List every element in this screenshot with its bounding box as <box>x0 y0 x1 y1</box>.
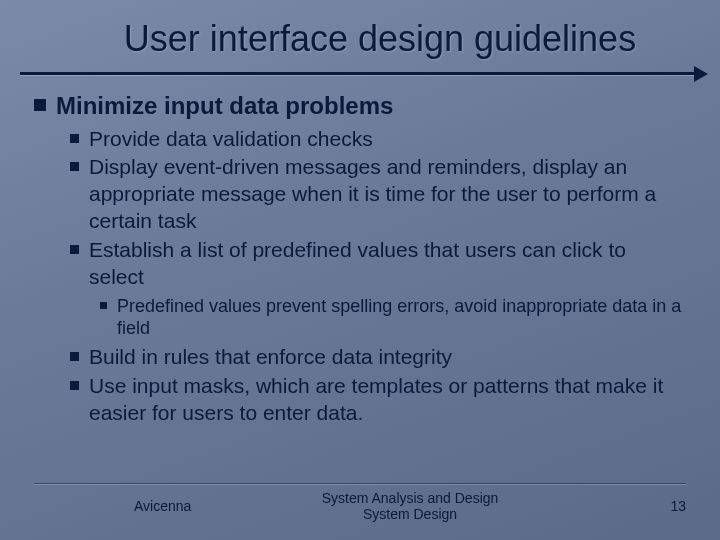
square-bullet-icon <box>70 245 79 254</box>
square-bullet-icon <box>100 302 107 309</box>
square-bullet-icon <box>70 381 79 390</box>
slide: User interface design guidelines Minimiz… <box>0 0 720 540</box>
slide-footer: Avicenna System Analysis and Design Syst… <box>34 483 686 522</box>
square-bullet-icon <box>70 134 79 143</box>
content-body: Minimize input data problems Provide dat… <box>32 92 688 426</box>
list-item: Predefined values prevent spelling error… <box>100 295 682 340</box>
heading-text: Minimize input data problems <box>56 92 393 120</box>
list-item: Display event-driven messages and remind… <box>70 154 682 235</box>
square-bullet-icon <box>34 99 46 111</box>
footer-course-line2: System Design <box>318 506 502 522</box>
arrow-right-icon <box>694 66 708 82</box>
list-item: Provide data validation checks <box>70 126 682 153</box>
title-divider <box>0 70 720 78</box>
item-text: Predefined values prevent spelling error… <box>117 295 682 340</box>
item-text: Use input masks, which are templates or … <box>89 373 682 427</box>
page-number: 13 <box>502 498 686 514</box>
footer-course: System Analysis and Design System Design <box>318 490 502 522</box>
square-bullet-icon <box>70 162 79 171</box>
footer-author: Avicenna <box>34 498 318 514</box>
item-text: Display event-driven messages and remind… <box>89 154 682 235</box>
list-item: Establish a list of predefined values th… <box>70 237 682 291</box>
footer-divider <box>34 483 686 484</box>
square-bullet-icon <box>70 352 79 361</box>
list-item: Build in rules that enforce data integri… <box>70 344 682 371</box>
slide-title: User interface design guidelines <box>32 18 688 60</box>
list-item: Use input masks, which are templates or … <box>70 373 682 427</box>
heading-level1: Minimize input data problems <box>34 92 682 120</box>
level2-list: Provide data validation checks Display e… <box>70 126 682 427</box>
item-text: Provide data validation checks <box>89 126 373 153</box>
footer-course-line1: System Analysis and Design <box>318 490 502 506</box>
level3-list: Predefined values prevent spelling error… <box>100 295 682 340</box>
item-text: Build in rules that enforce data integri… <box>89 344 452 371</box>
item-text: Establish a list of predefined values th… <box>89 237 682 291</box>
